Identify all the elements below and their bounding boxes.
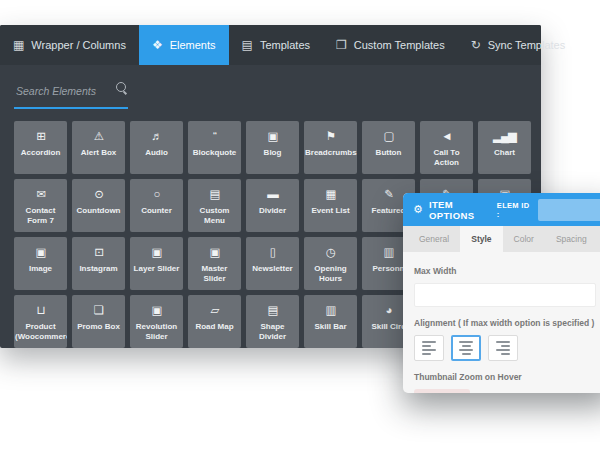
element-tile[interactable]: ⚠ Alert Box — [72, 121, 125, 174]
element-tile[interactable]: ♬ Audio — [130, 121, 183, 174]
max-width-label: Max Width — [414, 266, 600, 276]
master-slider-icon: ▣ — [210, 246, 220, 259]
custom-templates-icon: ❐ — [336, 39, 347, 51]
chart-icon: ▂▄▆ — [493, 130, 516, 143]
element-tile[interactable]: ○ Counter — [130, 179, 183, 232]
nav-tab[interactable]: ❖ Elements — [139, 25, 229, 65]
elem-id-label: ELEM ID : — [497, 201, 532, 219]
search-icon[interactable] — [116, 82, 126, 92]
element-tile-label: Blockquote — [191, 148, 239, 158]
element-tile[interactable]: ▣ Master Slider — [188, 237, 241, 290]
skill-circle-icon: ◕ — [386, 304, 392, 317]
element-tile[interactable]: ▂▄▆ Chart — [478, 121, 531, 174]
element-tile-label: Product (Woocommerc — [14, 322, 67, 343]
nav-tab-label: Custom Templates — [354, 39, 445, 51]
alignment-button[interactable] — [414, 335, 444, 361]
element-tile[interactable]: ▯ Newsletter — [246, 237, 299, 290]
element-tile-label: Revolution Slider — [130, 322, 183, 343]
element-tile-label: Accordion — [19, 148, 63, 158]
element-tile-label: Breadcrumbs — [304, 148, 357, 158]
element-tile[interactable]: ▱ Road Map — [188, 295, 241, 348]
promo-box-icon: ❏ — [94, 304, 103, 317]
element-tile[interactable]: ⊡ Instagram — [72, 237, 125, 290]
element-tile[interactable]: “ Blockquote — [188, 121, 241, 174]
counter-icon: ○ — [154, 188, 160, 201]
element-tile-label: Personn — [370, 264, 406, 274]
element-tile-label: Call To Action — [420, 148, 473, 169]
alignment-label: Alignment ( If max width option is speci… — [414, 318, 600, 328]
blog-icon: ▣ — [268, 130, 278, 143]
element-tile[interactable]: ▢ Button — [362, 121, 415, 174]
nav-tab-label: Templates — [260, 39, 310, 51]
element-tile-label: Chart — [492, 148, 517, 158]
nav-tab-label: Sync Templates — [488, 39, 565, 51]
item-options-tab[interactable]: Color — [503, 226, 545, 252]
elem-id-input[interactable] — [538, 199, 600, 221]
elements-icon: ❖ — [152, 39, 163, 51]
search-input[interactable] — [14, 84, 114, 98]
element-tile-label: Audio — [143, 148, 170, 158]
element-tile-label: Image — [27, 264, 54, 274]
element-tile-label: Countdown — [75, 206, 123, 216]
item-options-tab[interactable]: Spacing — [545, 226, 598, 252]
nav-tab[interactable]: ▦ Wrapper / Columns — [0, 25, 139, 65]
element-tile[interactable]: ▣ Revolution Slider — [130, 295, 183, 348]
element-tile[interactable]: ▥ Skill Bar — [304, 295, 357, 348]
sync-templates-icon: ↻ — [471, 39, 481, 51]
element-tile[interactable]: ▣ Layer Slider — [130, 237, 183, 290]
audio-icon: ♬ — [151, 130, 162, 143]
element-tile-label: Promo Box — [75, 322, 122, 332]
alignment-options — [414, 335, 600, 361]
element-tile-label: Skill Bar — [312, 322, 348, 332]
shape-divider-icon: ▤ — [268, 304, 278, 317]
element-tile-label: Skill Circ — [369, 322, 407, 332]
element-tile[interactable]: ▬ Divider — [246, 179, 299, 232]
element-tile-label: Layer Slider — [132, 264, 182, 274]
element-tile-label: Road Map — [193, 322, 235, 332]
element-tile-label: Alert Box — [79, 148, 119, 158]
revolution-slider-icon: ▣ — [152, 304, 162, 317]
alignment-button[interactable] — [451, 335, 481, 361]
max-width-input[interactable] — [414, 283, 596, 307]
builder-nav: ▦ Wrapper / Columns ❖ Elements ▤ Templat… — [0, 25, 541, 65]
element-tile[interactable]: ⊔ Product (Woocommerc — [14, 295, 67, 348]
element-tile[interactable]: ⚑ Breadcrumbs — [304, 121, 357, 174]
image-icon: ▣ — [36, 246, 46, 259]
nav-tab-label: Wrapper / Columns — [31, 39, 126, 51]
nav-tab[interactable]: ↻ Sync Templates — [458, 25, 579, 65]
item-options-title: ITEM OPTIONS — [429, 199, 497, 221]
item-options-tab[interactable]: Style — [460, 226, 502, 252]
cogs-icon: ⚙ — [413, 204, 423, 215]
templates-icon: ▤ — [242, 39, 253, 51]
element-tile[interactable]: ▣ Blog — [246, 121, 299, 174]
button-icon: ▢ — [384, 130, 394, 143]
search-box — [14, 78, 128, 109]
item-options-tab[interactable]: General — [408, 226, 460, 252]
item-options-modal: ⚙ ITEM OPTIONS ELEM ID : General Style C… — [403, 193, 600, 393]
element-tile[interactable]: ▣ Image — [14, 237, 67, 290]
element-tile-label: Featured — [370, 206, 408, 216]
element-tile[interactable]: ◄ Call To Action — [420, 121, 473, 174]
element-tile[interactable]: ✉ Contact Form 7 — [14, 179, 67, 232]
element-tile[interactable]: ⊙ Countdown — [72, 179, 125, 232]
element-tile-label: Blog — [262, 148, 284, 158]
alert-box-icon: ⚠ — [94, 130, 103, 143]
element-tile[interactable]: ❏ Promo Box — [72, 295, 125, 348]
element-tile[interactable]: ◷ Opening Hours — [304, 237, 357, 290]
contact-form-7-icon: ✉ — [36, 188, 45, 201]
road-map-icon: ▱ — [211, 304, 219, 317]
thumbnail-zoom-toggle[interactable]: OFF — [414, 389, 470, 393]
nav-tab[interactable]: ❐ Custom Templates — [323, 25, 458, 65]
custom-menu-icon: ▤ — [210, 188, 220, 201]
blockquote-icon: “ — [213, 130, 216, 143]
element-tile[interactable]: ▤ Custom Menu — [188, 179, 241, 232]
element-tile[interactable]: ▤ Shape Divider — [246, 295, 299, 348]
element-tile-label: Button — [374, 148, 404, 158]
element-tile[interactable]: ⊞ Accordion — [14, 121, 67, 174]
alignment-button[interactable] — [488, 335, 518, 361]
element-tile-label: Opening Hours — [304, 264, 357, 285]
element-tile[interactable]: ▦ Event List — [304, 179, 357, 232]
element-tile-label: Custom Menu — [188, 206, 241, 227]
nav-tab[interactable]: ▤ Templates — [229, 25, 323, 65]
event-list-icon: ▦ — [326, 188, 336, 201]
